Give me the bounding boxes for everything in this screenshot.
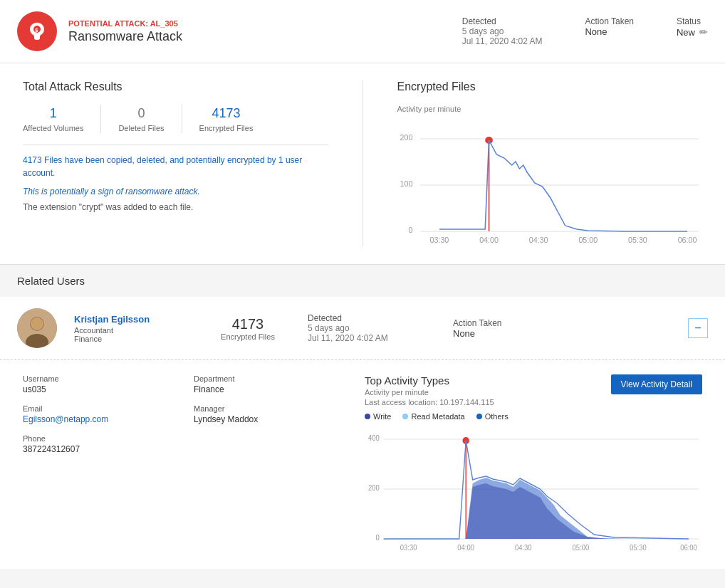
write-label: Write [373,412,391,421]
header-meta: Detected 5 days ago Jul 11, 2020 4:02 AM… [462,16,708,46]
svg-text:05:30: 05:30 [628,236,647,244]
user-name[interactable]: Kristjan Egilsson [74,314,188,325]
view-activity-button[interactable]: View Activity Detail [611,374,702,394]
svg-text:100: 100 [400,180,412,188]
svg-text:400: 400 [368,434,380,442]
user-encrypted-value: 4173 [205,316,291,332]
edit-icon[interactable]: ✏ [699,26,708,38]
attack-results: Total Attack Results 1 Affected Volumes … [23,80,328,247]
svg-text:05:00: 05:00 [573,544,590,552]
deleted-files-label: Deleted Files [118,124,164,132]
read-metadata-dot [402,414,408,419]
related-users-section: Related Users [0,265,725,297]
detail-col-1: Username us035 Email Egilsson@netapp.com… [23,374,165,555]
avatar [17,308,57,348]
action-taken-meta: Action Taken None [585,16,634,46]
svg-text:04:30: 04:30 [528,236,548,244]
encrypted-chart-subtitle: Activity per minute [397,105,703,113]
svg-text:06:00: 06:00 [680,544,697,552]
encrypted-files-label: Encrypted Files [199,124,254,132]
detail-col-2: Department Finance Manager Lyndsey Maddo… [194,374,336,555]
svg-text:200: 200 [368,484,380,492]
description-text: 4173 Files have been copied, deleted, an… [23,154,328,179]
activity-location: Last access location: 10.197.144.115 [365,398,702,406]
attack-results-title: Total Attack Results [23,80,328,93]
related-users-title: Related Users [17,275,708,287]
activity-chart-area: Top Activity Types Activity per minute L… [365,374,702,555]
department-field: Department Finance [194,374,336,394]
manager-field: Manager Lyndsey Maddox [194,404,336,424]
content-section: Total Attack Results 1 Affected Volumes … [0,63,725,265]
threat-name: Ransomware Attack [68,29,462,44]
detected-meta: Detected 5 days ago Jul 11, 2020 4:02 AM [462,16,543,46]
threat-id: POTENTIAL ATTACK: AL_305 [68,19,462,28]
email-field: Email Egilsson@netapp.com [23,404,165,424]
svg-point-20 [31,317,43,330]
read-metadata-label: Read Metadata [411,412,464,421]
svg-text:05:00: 05:00 [578,236,598,244]
write-dot [365,414,370,419]
warning-text: This is potentially a sign of ransomware… [23,187,328,196]
note-text: The extension "crypt" was added to each … [23,202,328,212]
username-field: Username us035 [23,374,165,394]
user-info: Kristjan Egilsson Accountant Finance [74,314,188,343]
user-dept: Finance [74,335,188,343]
legend-write: Write [365,412,391,421]
svg-text:05:30: 05:30 [630,544,647,552]
affected-volumes-stat: 1 Affected Volumes [23,106,100,132]
affected-volumes-value: 1 [23,106,83,121]
svg-text:200: 200 [400,134,412,142]
status-value: New [677,27,695,38]
deleted-files-value: 0 [118,106,164,121]
affected-volumes-label: Affected Volumes [23,124,83,132]
status-meta: Status New ✏ [677,16,708,46]
detail-section: Username us035 Email Egilsson@netapp.com… [0,360,725,569]
legend-others: Others [476,412,508,421]
user-detected: Detected 5 days ago Jul 11, 2020 4:02 AM [308,313,436,343]
encrypted-files-value: 4173 [199,106,254,121]
activity-chart-container: 400 200 0 03:30 04:00 04:30 05:00 05:30 … [365,426,702,555]
svg-text:0: 0 [376,534,380,542]
stats-row: 1 Affected Volumes 0 Deleted Files 4173 … [23,105,328,133]
encrypted-files-stat: 4173 Encrypted Files [182,106,271,132]
others-dot [476,414,482,419]
threat-icon: $ [17,11,57,51]
svg-text:$: $ [35,27,38,33]
svg-text:03:30: 03:30 [400,544,417,552]
user-encrypted-label: Encrypted Files [205,332,291,341]
encrypted-chart-title: Encrypted Files [397,80,703,93]
header-section: $ POTENTIAL ATTACK: AL_305 Ransomware At… [0,0,725,63]
others-label: Others [485,412,508,421]
svg-text:04:00: 04:00 [479,236,499,244]
legend-read-metadata: Read Metadata [402,412,464,421]
svg-text:06:00: 06:00 [677,236,697,244]
threat-info: POTENTIAL ATTACK: AL_305 Ransomware Atta… [68,19,462,44]
svg-text:03:30: 03:30 [429,236,449,244]
svg-text:0: 0 [408,226,412,234]
svg-text:04:30: 04:30 [515,544,532,552]
svg-text:04:00: 04:00 [457,544,474,552]
user-action: Action Taken None [453,318,553,339]
deleted-files-stat: 0 Deleted Files [101,106,181,132]
encrypted-chart-area: Encrypted Files Activity per minute 200 … [397,80,703,247]
collapse-button[interactable]: − [688,318,708,338]
encrypted-chart-container: 200 100 0 03:30 04:00 04:30 05:00 05:30 … [397,119,703,247]
user-role: Accountant [74,326,188,335]
user-card: Kristjan Egilsson Accountant Finance 417… [0,297,725,360]
phone-field: Phone 387224312607 [23,434,165,454]
user-encrypted-stats: 4173 Encrypted Files [205,316,291,341]
activity-legend: Write Read Metadata Others [365,412,702,421]
